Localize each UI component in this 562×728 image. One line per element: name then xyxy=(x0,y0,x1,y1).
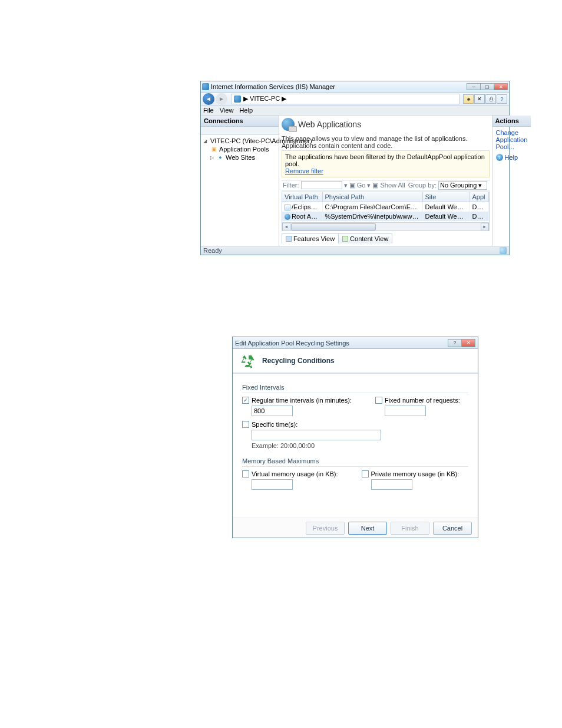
col-virtual-path[interactable]: Virtual Path xyxy=(282,192,322,202)
web-apps-icon xyxy=(282,118,295,131)
features-tab-icon xyxy=(286,236,292,242)
connections-panel: Connections ◢ VITEC-PC (Vitec-PC\Adminis… xyxy=(201,116,279,246)
dialog-help-button[interactable]: ? xyxy=(448,339,462,347)
breadcrumb[interactable]: ▶ VITEC-PC ▶ xyxy=(231,94,459,104)
finish-button: Finish xyxy=(391,522,429,535)
tree-app-pools[interactable]: ▣ Application Pools xyxy=(202,145,277,153)
status-icon xyxy=(500,247,507,254)
dialog-banner-title: Recycling Conditions xyxy=(262,357,335,365)
filter-message-box: The applications have been filtered by t… xyxy=(282,150,490,177)
iis-app-icon xyxy=(202,83,209,90)
cell-ppath: %SystemDrive%\inetpub\wwwroot xyxy=(322,212,422,221)
tree-toggle-icon[interactable]: ◢ xyxy=(203,139,207,144)
menu-file[interactable]: File xyxy=(203,107,214,114)
remove-filter-link[interactable]: Remove filter xyxy=(285,167,323,174)
dialog-footer: Previous Next Finish Cancel xyxy=(233,518,478,538)
help-link[interactable]: ? Help xyxy=(492,151,531,162)
fixed-requests-label: Fixed number of requests: xyxy=(385,397,460,404)
specific-times-checkbox[interactable]: Specific time(s): xyxy=(242,421,468,428)
regular-interval-input[interactable] xyxy=(252,406,293,416)
fixed-requests-input xyxy=(385,406,426,416)
help-label: Help xyxy=(505,154,518,161)
checkbox-icon xyxy=(375,397,382,404)
checkbox-icon xyxy=(242,470,249,477)
private-memory-label: Private memory usage (in KB): xyxy=(371,470,459,477)
minimize-button[interactable]: ─ xyxy=(467,83,481,90)
nav-toolbar: ◄ ► ▶ VITEC-PC ▶ ⎈ ✕ ⎙ ? xyxy=(201,93,509,106)
tab-content-view[interactable]: Content View xyxy=(338,233,392,243)
status-bar: Ready xyxy=(201,246,509,255)
close-button[interactable]: ✕ xyxy=(494,83,508,90)
cell-vpath: /EclipseServer xyxy=(292,203,322,210)
scroll-thumb[interactable] xyxy=(291,223,376,230)
col-site[interactable]: Site xyxy=(422,192,470,202)
toolbar-btn-1[interactable]: ⎈ xyxy=(463,94,474,104)
table-row[interactable]: Root Application %SystemDrive%\inetpub\w… xyxy=(282,212,488,221)
recycle-icon xyxy=(240,353,256,369)
regular-interval-checkbox[interactable]: ✓ Regular time intervals (in minutes): xyxy=(242,397,352,404)
cell-site: Default Web Site xyxy=(422,202,470,212)
table-row[interactable]: /EclipseServer C:\Program Files\ClearCom… xyxy=(282,202,488,212)
cell-vpath: Root Application xyxy=(292,213,322,220)
table-header-row: Virtual Path Physical Path Site Appl xyxy=(282,192,488,202)
col-app-pool[interactable]: Appl xyxy=(470,192,488,202)
private-memory-checkbox[interactable]: Private memory usage (in KB): xyxy=(362,470,459,477)
next-button[interactable]: Next xyxy=(348,522,387,535)
filter-input[interactable] xyxy=(301,181,342,189)
actions-header: Actions xyxy=(492,116,531,127)
fixed-requests-checkbox[interactable]: Fixed number of requests: xyxy=(375,397,460,404)
regular-interval-field: ✓ Regular time intervals (in minutes): xyxy=(242,397,352,416)
window-title: Internet Information Services (IIS) Mana… xyxy=(211,83,335,90)
cell-ppath: C:\Program Files\ClearCom\Eclipse Conf..… xyxy=(322,202,422,212)
checkbox-checked-icon: ✓ xyxy=(242,397,249,404)
menu-view[interactable]: View xyxy=(220,107,234,114)
tree-server-node[interactable]: ◢ VITEC-PC (Vitec-PC\Administrator) xyxy=(202,137,277,145)
applications-table: Virtual Path Physical Path Site Appl /Ec… xyxy=(282,192,490,231)
dialog-title: Edit Application Pool Recycling Settings xyxy=(235,340,349,347)
action-label: Change Application Pool... xyxy=(496,129,528,150)
dialog-body: Fixed Intervals ✓ Regular time intervals… xyxy=(233,374,478,492)
body: Connections ◢ VITEC-PC (Vitec-PC\Adminis… xyxy=(201,116,509,246)
group-by-label: Group by: xyxy=(408,182,437,189)
horizontal-scrollbar[interactable]: ◄ ► xyxy=(282,222,489,230)
menu-help[interactable]: Help xyxy=(239,107,253,114)
filter-message: The applications have been filtered by t… xyxy=(285,153,486,167)
tree-websites-label: Web Sites xyxy=(226,154,255,161)
go-button[interactable]: ▾ ▣ Go xyxy=(344,182,366,189)
group-by-select[interactable]: No Grouping ▾ xyxy=(438,181,487,190)
app-icon xyxy=(285,214,290,220)
private-memory-field: Private memory usage (in KB): xyxy=(362,470,459,490)
dialog-banner: Recycling Conditions xyxy=(233,349,478,374)
nav-back-button[interactable]: ◄ xyxy=(203,93,214,105)
main-header: Web Applications xyxy=(282,118,490,131)
memory-group-label: Memory Based Maximums xyxy=(242,457,468,465)
regular-interval-label: Regular time intervals (in minutes): xyxy=(252,397,352,404)
tree-web-sites[interactable]: ▷ ● Web Sites xyxy=(202,153,277,162)
fixed-requests-field: Fixed number of requests: xyxy=(375,397,460,416)
scroll-left-arrow[interactable]: ◄ xyxy=(282,223,290,231)
show-all-button[interactable]: ▾ ▣ Show All xyxy=(367,182,405,189)
tree-app-pools-label: Application Pools xyxy=(219,146,269,153)
dialog-close-button[interactable]: ✕ xyxy=(461,339,475,347)
cell-pool: Defa xyxy=(470,212,488,221)
toolbar-btn-2[interactable]: ✕ xyxy=(474,94,485,104)
maximize-button[interactable]: ▢ xyxy=(480,83,494,90)
virtual-memory-checkbox[interactable]: Virtual memory usage (in KB): xyxy=(242,470,338,477)
change-app-pool-link[interactable]: Change Application Pool... xyxy=(492,127,531,151)
cancel-button[interactable]: Cancel xyxy=(433,522,472,535)
toolbar-btn-3[interactable]: ⎙ xyxy=(485,94,496,104)
previous-button: Previous xyxy=(306,522,345,535)
content-tab-icon xyxy=(342,236,348,242)
titlebar: Internet Information Services (IIS) Mana… xyxy=(201,81,509,93)
toolbar-right: ⎈ ✕ ⎙ ? xyxy=(463,94,507,104)
tree-toggle-icon[interactable]: ▷ xyxy=(210,155,215,160)
sites-icon: ● xyxy=(217,154,224,161)
scroll-right-arrow[interactable]: ► xyxy=(481,223,489,231)
col-physical-path[interactable]: Physical Path xyxy=(322,192,422,202)
specific-times-input xyxy=(252,430,381,440)
tab-features-view[interactable]: Features View xyxy=(282,233,339,243)
private-memory-input xyxy=(371,479,412,490)
filter-label: Filter: xyxy=(283,182,299,189)
help-button[interactable]: ? xyxy=(497,94,507,104)
breadcrumb-icon xyxy=(234,95,241,103)
